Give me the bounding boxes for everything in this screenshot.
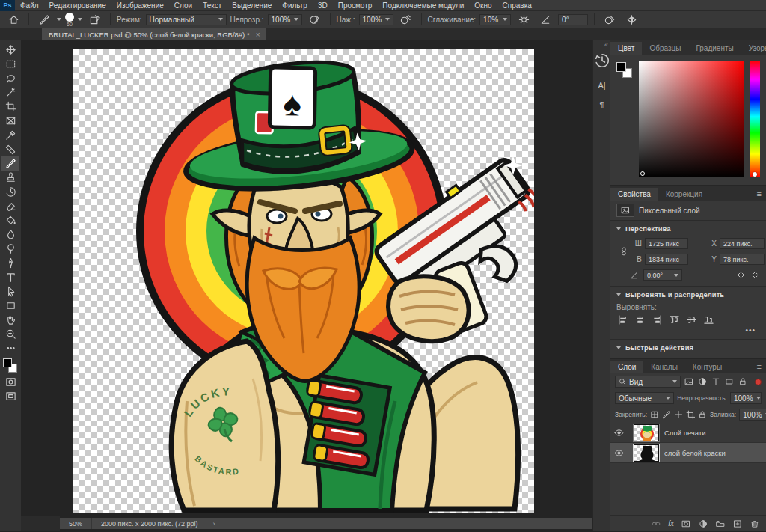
hue-slider[interactable] [750, 61, 760, 177]
opacity-select[interactable]: 100% [268, 14, 302, 25]
visibility-toggle[interactable] [610, 443, 628, 462]
panel-menu-icon[interactable]: ≡ [757, 189, 762, 198]
align-left-button[interactable] [618, 315, 628, 325]
status-options-arrow[interactable]: › [212, 520, 215, 528]
layer-fill-select[interactable]: 100% [739, 409, 766, 421]
menu-view[interactable]: Просмотр [333, 1, 378, 10]
tool-hand[interactable] [1, 313, 19, 327]
menu-edit[interactable]: Редактирование [44, 1, 111, 10]
tool-history-brush[interactable] [1, 185, 19, 199]
layer-thumbnail[interactable] [634, 424, 659, 441]
align-top-button[interactable] [670, 315, 679, 325]
chevron-down-icon[interactable] [57, 18, 61, 21]
align-middle-v-button[interactable] [687, 315, 696, 325]
tool-crop[interactable] [1, 100, 19, 114]
lock-pixels-button[interactable] [662, 409, 671, 420]
zoom-level-field[interactable]: 50% [60, 518, 92, 529]
character-panel-button[interactable]: A| [594, 77, 610, 94]
flip-vertical-icon[interactable] [750, 270, 760, 280]
menu-image[interactable]: Изображение [111, 1, 169, 10]
quick-actions-header[interactable]: Быстрые действия [610, 340, 766, 358]
link-dimensions-button[interactable] [618, 243, 630, 260]
lock-transparency-button[interactable] [650, 409, 659, 420]
layer-opacity-select[interactable]: 100% [730, 392, 762, 404]
close-icon[interactable]: × [256, 31, 260, 39]
y-input[interactable]: 78 пикс. [720, 254, 765, 265]
hue-cursor[interactable] [753, 172, 757, 177]
x-input[interactable]: 224 пикс. [720, 238, 765, 249]
toggle-brush-panel-button[interactable] [86, 13, 104, 27]
brush-angle-input[interactable]: 0° [558, 14, 588, 25]
tool-move[interactable] [1, 43, 19, 57]
tool-marquee[interactable] [1, 57, 19, 71]
menu-select[interactable]: Выделение [227, 1, 277, 10]
tool-healing-brush[interactable] [1, 142, 19, 156]
brush-preset-picker[interactable] [35, 13, 53, 27]
foreground-color-swatch[interactable] [3, 358, 12, 367]
smoothing-options-button[interactable] [515, 13, 533, 27]
tool-pen[interactable] [1, 256, 19, 270]
blend-mode-select[interactable]: Обычные [615, 392, 674, 404]
chevron-down-icon[interactable] [78, 18, 82, 21]
align-section-header[interactable]: Выровнять и распределить [610, 287, 766, 302]
layer-row-print[interactable]: Слой печати [610, 423, 766, 443]
tool-lasso[interactable] [1, 71, 19, 85]
tool-quick-selection[interactable] [1, 85, 19, 100]
color-cursor[interactable] [640, 171, 645, 176]
lock-position-button[interactable] [674, 409, 683, 420]
tool-type[interactable] [1, 270, 19, 284]
screen-mode-button[interactable] [1, 389, 19, 403]
tab-adjustments[interactable]: Коррекция [658, 188, 710, 201]
layer-styles-button[interactable]: fx [668, 519, 674, 528]
tab-paths[interactable]: Контуры [685, 361, 729, 373]
tab-properties[interactable]: Свойства [610, 188, 658, 201]
menu-window[interactable]: Окно [469, 1, 497, 10]
tool-eyedropper[interactable] [1, 128, 19, 142]
tool-blur[interactable] [1, 227, 19, 242]
tool-shape[interactable] [1, 299, 19, 313]
delete-layer-button[interactable] [750, 519, 760, 529]
menu-help[interactable]: Справка [497, 1, 537, 10]
link-layers-button[interactable] [651, 519, 661, 529]
align-center-h-button[interactable] [635, 315, 645, 325]
tab-layers[interactable]: Слои [610, 361, 643, 373]
new-layer-button[interactable] [732, 519, 743, 529]
add-adjustment-button[interactable] [698, 519, 708, 529]
panel-menu-icon[interactable]: ≡ [757, 362, 762, 371]
tab-patterns[interactable]: Узоры [741, 42, 766, 55]
menu-3d[interactable]: 3D [313, 1, 333, 10]
filter-adjustment-layers-button[interactable] [697, 376, 708, 387]
menu-plugins[interactable]: Подключаемые модули [377, 1, 469, 10]
opacity-pressure-button[interactable] [306, 13, 324, 27]
tool-gradient[interactable] [1, 213, 19, 227]
saturation-brightness-picker[interactable] [639, 61, 744, 177]
symmetry-button[interactable] [622, 13, 640, 27]
flow-select[interactable]: 100% [359, 14, 393, 25]
canvas-workspace[interactable]: LUCKY BASTARD [21, 40, 592, 531]
menu-filter[interactable]: Фильтр [277, 1, 313, 10]
lock-all-button[interactable] [698, 409, 707, 420]
foreground-color-swatch[interactable] [616, 62, 626, 72]
document-canvas[interactable]: LUCKY BASTARD [73, 49, 534, 513]
filter-shape-layers-button[interactable] [724, 376, 735, 387]
width-input[interactable]: 1725 пикс [645, 238, 688, 249]
filter-smart-objects-button[interactable] [738, 376, 748, 387]
layer-filter-select[interactable]: Вид [615, 376, 681, 388]
add-mask-button[interactable] [681, 519, 691, 529]
tool-dodge[interactable] [1, 242, 19, 256]
smoothing-select[interactable]: 10% [479, 14, 511, 25]
menu-file[interactable]: Файл [15, 1, 44, 10]
align-right-button[interactable] [652, 315, 662, 325]
color-swatches[interactable] [616, 61, 633, 177]
new-group-button[interactable] [715, 519, 726, 529]
expand-panels-icon[interactable]: « [604, 41, 608, 49]
blend-mode-select[interactable]: Нормальный [146, 14, 227, 25]
quick-mask-button[interactable] [1, 375, 19, 389]
filtering-toggle[interactable] [755, 379, 762, 385]
tool-eraser[interactable] [1, 199, 19, 213]
flip-horizontal-icon[interactable] [736, 270, 746, 280]
airbrush-button[interactable] [397, 13, 415, 27]
menu-type[interactable]: Текст [197, 1, 227, 10]
transform-section-header[interactable]: Перспектива [610, 221, 766, 236]
tab-color[interactable]: Цвет [610, 42, 642, 55]
